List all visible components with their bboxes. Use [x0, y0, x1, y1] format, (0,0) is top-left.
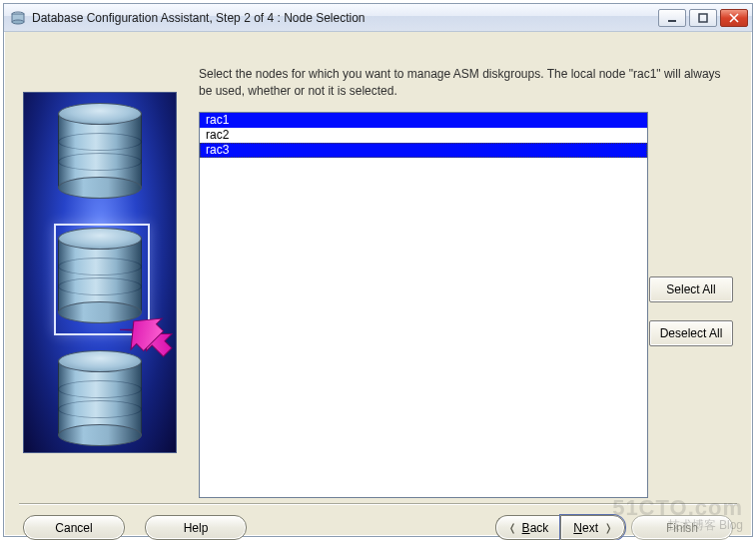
- window-controls: [658, 9, 748, 27]
- cylinder-icon: [58, 228, 142, 323]
- app-icon: [10, 10, 26, 26]
- select-all-button[interactable]: Select All: [649, 276, 733, 302]
- wizard-illustration: [23, 92, 177, 453]
- window-title: Database Configuration Assistant, Step 2…: [32, 11, 658, 25]
- deselect-all-button[interactable]: Deselect All: [649, 320, 733, 346]
- cylinder-icon: [58, 103, 142, 199]
- next-button[interactable]: Next ❭: [560, 515, 625, 540]
- titlebar: Database Configuration Assistant, Step 2…: [4, 4, 752, 32]
- cancel-button[interactable]: Cancel: [23, 515, 125, 540]
- close-button[interactable]: [720, 9, 748, 27]
- minimize-button[interactable]: [658, 9, 686, 27]
- nav-group: ❬ Back Next ❭: [495, 515, 625, 540]
- next-label: Next: [573, 521, 598, 535]
- chevron-left-icon: ❬: [508, 522, 516, 533]
- selection-buttons: Select All Deselect All: [649, 276, 733, 346]
- bottom-left-buttons: Cancel Help: [23, 515, 247, 540]
- instruction-text: Select the nodes for which you want to m…: [199, 66, 729, 101]
- client-area: Select the nodes for which you want to m…: [5, 32, 751, 535]
- node-list-item[interactable]: rac1: [200, 113, 647, 128]
- back-label: Back: [522, 521, 549, 535]
- maximize-button[interactable]: [689, 9, 717, 27]
- svg-rect-3: [668, 20, 676, 22]
- cylinder-icon: [58, 350, 142, 446]
- svg-point-2: [12, 20, 24, 24]
- chevron-right-icon: ❭: [604, 522, 612, 533]
- node-listbox[interactable]: rac1rac2rac3: [199, 112, 648, 498]
- svg-rect-4: [699, 14, 707, 22]
- bottom-right-buttons: ❬ Back Next ❭ Finish: [495, 515, 733, 540]
- node-list-item[interactable]: rac3: [200, 143, 647, 158]
- finish-button: Finish: [631, 515, 733, 540]
- node-list-item[interactable]: rac2: [200, 128, 647, 143]
- back-button[interactable]: ❬ Back: [495, 515, 561, 540]
- window: Database Configuration Assistant, Step 2…: [3, 3, 753, 537]
- help-button[interactable]: Help: [145, 515, 247, 540]
- separator: [19, 503, 737, 505]
